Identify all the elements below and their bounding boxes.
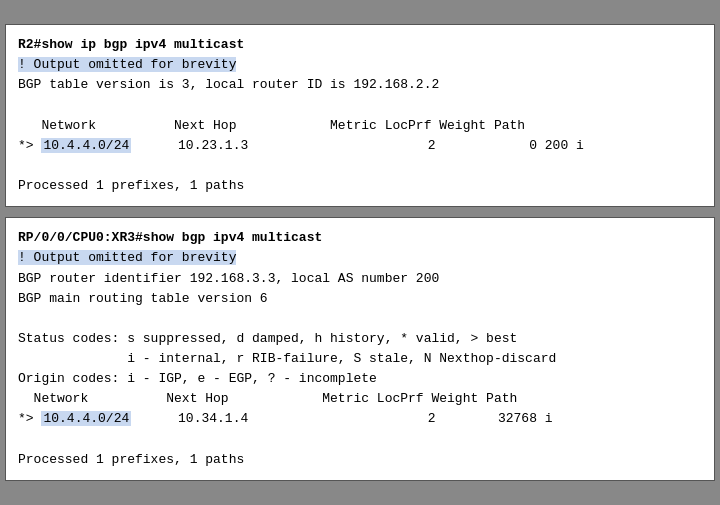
block2-origin: Origin codes: i - IGP, e - EGP, ? - inco… xyxy=(18,371,377,386)
block2-summary: Processed 1 prefixes, 1 paths xyxy=(18,452,244,467)
block2-command: show bgp ipv4 multicast xyxy=(143,230,322,245)
block2-omitted: ! Output omitted for brevity xyxy=(18,250,236,265)
block2-status1: Status codes: s suppressed, d damped, h … xyxy=(18,331,517,346)
block1-route-marker: *> xyxy=(18,138,34,153)
block1-command-prefix: R2# xyxy=(18,37,41,52)
block2-info1: BGP router identifier 192.168.3.3, local… xyxy=(18,271,439,286)
block1-header: Network Next Hop Metric LocPrf Weight Pa… xyxy=(18,118,525,133)
block2-metric: 2 xyxy=(428,411,436,426)
terminal-block-1: R2#show ip bgp ipv4 multicast ! Output o… xyxy=(5,24,715,207)
block1-info: BGP table version is 3, local router ID … xyxy=(18,77,439,92)
block1-command: show ip bgp ipv4 multicast xyxy=(41,37,244,52)
block1-nexthop: 10.23.1.3 xyxy=(178,138,248,153)
block2-route-marker: *> xyxy=(18,411,34,426)
block2-status2: i - internal, r RIB-failure, S stale, N … xyxy=(18,351,556,366)
block2-nexthop: 10.34.1.4 xyxy=(178,411,248,426)
block1-metric: 2 xyxy=(428,138,436,153)
block1-content: R2#show ip bgp ipv4 multicast ! Output o… xyxy=(18,35,702,196)
block1-summary: Processed 1 prefixes, 1 paths xyxy=(18,178,244,193)
block1-network: 10.4.4.0/24 xyxy=(41,138,131,153)
block1-omitted: ! Output omitted for brevity xyxy=(18,57,236,72)
block2-network: 10.4.4.0/24 xyxy=(41,411,131,426)
block2-header: Network Next Hop Metric LocPrf Weight Pa… xyxy=(18,391,517,406)
block2-info2: BGP main routing table version 6 xyxy=(18,291,268,306)
block2-path: i xyxy=(545,411,553,426)
block2-command-prefix: RP/0/0/CPU0:XR3# xyxy=(18,230,143,245)
block2-content: RP/0/0/CPU0:XR3#show bgp ipv4 multicast … xyxy=(18,228,702,470)
block1-path: 200 i xyxy=(545,138,584,153)
terminal-block-2: RP/0/0/CPU0:XR3#show bgp ipv4 multicast … xyxy=(5,217,715,481)
block2-weight: 32768 xyxy=(498,411,537,426)
block1-weight: 0 xyxy=(529,138,537,153)
